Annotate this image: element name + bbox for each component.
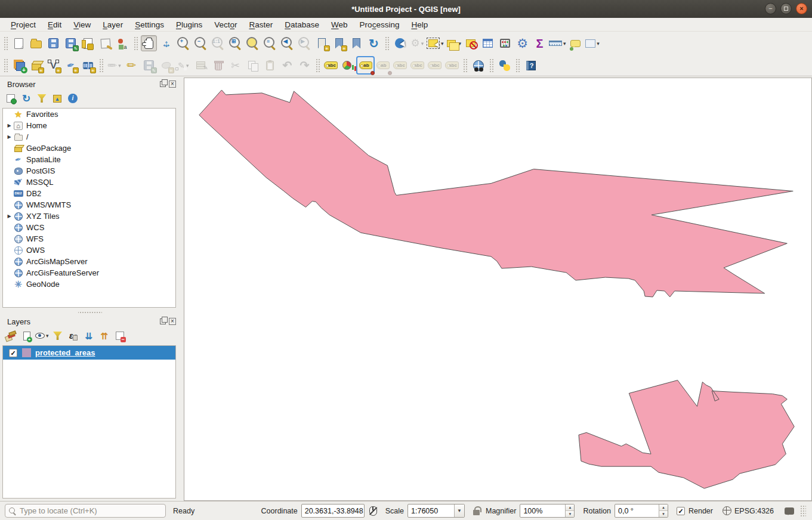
coordinate-input[interactable]: 20.3631,-33.8948	[301, 504, 365, 518]
metasearch-button[interactable]	[470, 57, 486, 73]
browser-close-button[interactable]: ×	[169, 81, 176, 88]
zoom-full-button[interactable]: ⊞	[227, 35, 243, 51]
messages-icon[interactable]	[785, 507, 794, 515]
toggle-extents-mouse-icon[interactable]	[369, 506, 377, 516]
close-button[interactable]: ×	[796, 3, 807, 14]
open-data-source-manager-button[interactable]	[11, 57, 27, 73]
select-features-button[interactable]: ▾	[427, 35, 444, 51]
select-features-by-value-button[interactable]: ▾	[445, 35, 462, 51]
expander-icon[interactable]: ▶	[5, 213, 13, 219]
field-calculator-button[interactable]	[497, 35, 513, 51]
zoom-out-button[interactable]: −	[193, 35, 209, 51]
open-layer-styling-button[interactable]	[4, 329, 17, 342]
menu-help[interactable]: Help	[405, 18, 434, 32]
crs-globe-icon[interactable]	[723, 506, 731, 515]
scale-dropdown-icon[interactable]: ▼	[454, 504, 464, 517]
minimize-button[interactable]: −	[765, 3, 776, 14]
new-geopackage-layer-button[interactable]: ✳	[28, 57, 44, 73]
browser-item-ows[interactable]: OWS	[3, 244, 175, 256]
menu-settings[interactable]: Settings	[129, 18, 170, 32]
add-selected-layers-button[interactable]	[4, 92, 17, 105]
crs-status[interactable]: EPSG:4326	[734, 507, 774, 515]
python-console-button[interactable]	[496, 57, 512, 73]
browser-item-geonode[interactable]: ✳GeoNode	[3, 278, 175, 290]
collapse-all-button[interactable]: ▲	[51, 92, 64, 105]
zoom-last-button[interactable]: ◀	[279, 35, 295, 51]
show-layout-manager-button[interactable]	[97, 35, 113, 51]
render-toggle[interactable]: ✓ Render	[677, 507, 713, 515]
new-spatial-bookmark-button[interactable]: ✳	[314, 35, 330, 51]
browser-item-root[interactable]: ▶/	[3, 131, 175, 143]
filter-legend-button[interactable]	[51, 329, 64, 342]
browser-item-geopackage[interactable]: GeoPackage	[3, 143, 175, 154]
browser-item-home[interactable]: ▶⌂Home	[3, 120, 175, 131]
browser-item-postgis[interactable]: PostGIS	[3, 165, 175, 177]
remove-layer-group-button[interactable]	[113, 329, 126, 342]
browser-properties-button[interactable]: i	[66, 92, 79, 105]
new-virtual-layer-button[interactable]: ✳	[80, 57, 96, 73]
help-contents-button[interactable]: ?	[523, 57, 539, 73]
scale-combobox[interactable]: 1:76050 ▼	[407, 504, 465, 518]
lock-scale-icon[interactable]	[473, 510, 480, 515]
toggle-editing-button[interactable]: ✏	[124, 57, 140, 73]
menu-database[interactable]: Database	[279, 18, 325, 32]
menu-raster[interactable]: Raster	[243, 18, 279, 32]
menu-vector[interactable]: Vector	[208, 18, 243, 32]
add-group-button[interactable]	[20, 329, 33, 342]
menu-layer[interactable]: Layer	[97, 18, 129, 32]
pin-labels-button[interactable]: ab	[357, 57, 373, 73]
refresh-map-button[interactable]: ↻	[366, 35, 382, 51]
open-project-button[interactable]	[28, 35, 44, 51]
layer-item-protected-areas[interactable]: ✓protected_areas	[3, 346, 175, 360]
menu-web[interactable]: Web	[325, 18, 354, 32]
collapse-all-layers-button[interactable]: ⇈	[98, 329, 111, 342]
browser-item-arcgisfeatureserver[interactable]: ArcGisFeatureServer	[3, 267, 175, 278]
style-manager-button[interactable]	[115, 35, 131, 51]
browser-item-mssql[interactable]: MSSQL	[3, 177, 175, 188]
browser-item-wfs[interactable]: WFS	[3, 233, 175, 244]
menu-processing[interactable]: Processing	[354, 18, 406, 32]
show-spatial-bookmarks-button[interactable]: ✳	[331, 35, 347, 51]
statistical-summary-button[interactable]: Σ	[532, 35, 548, 51]
refresh-browser-button[interactable]: ↻	[20, 92, 33, 105]
new-project-button[interactable]	[11, 35, 27, 51]
browser-float-button[interactable]	[160, 81, 166, 87]
deselect-features-button[interactable]	[462, 35, 478, 51]
zoom-in-button[interactable]: +	[175, 35, 192, 51]
locator-search-input[interactable]: Type to locate (Ctrl+K)	[5, 504, 166, 518]
open-attribute-table-button[interactable]	[480, 35, 496, 51]
pan-map-button[interactable]	[141, 35, 157, 51]
browser-item-db2[interactable]: DB2DB2	[3, 188, 175, 199]
new-print-layout-button[interactable]	[80, 35, 96, 51]
expander-icon[interactable]: ▶	[5, 134, 13, 140]
panel-splitter[interactable]	[78, 310, 102, 315]
menu-plugins[interactable]: Plugins	[170, 18, 208, 32]
new-shapefile-layer-button[interactable]: V✳	[45, 57, 61, 73]
expand-all-button[interactable]: ⇊	[82, 329, 95, 342]
layer-symbol-swatch[interactable]	[22, 348, 31, 357]
render-checkbox[interactable]: ✓	[677, 507, 685, 515]
filter-by-expression-button[interactable]: ε▾	[67, 329, 80, 342]
text-annotation-button[interactable]: ▾	[585, 35, 601, 51]
layers-close-button[interactable]: ×	[169, 318, 176, 325]
show-bookmark-manager-button[interactable]	[348, 35, 365, 51]
menu-project[interactable]: Project	[5, 18, 42, 32]
save-project-button[interactable]	[45, 35, 61, 51]
magnifier-spinbox[interactable]: 100% ▲▼	[520, 504, 575, 518]
layer-diagram-options-button[interactable]	[340, 57, 356, 73]
rotation-spin-arrows[interactable]: ▲▼	[659, 504, 668, 517]
protected-area-west[interactable]	[199, 90, 793, 297]
zoom-to-layer-button[interactable]: ≡	[262, 35, 278, 51]
identify-features-button[interactable]	[392, 35, 408, 51]
filter-browser-button[interactable]	[35, 92, 48, 105]
browser-item-wcs[interactable]: WCS	[3, 222, 175, 233]
browser-item-xyz-tiles[interactable]: ▶XYZ Tiles	[3, 211, 175, 222]
menu-view[interactable]: View	[67, 18, 97, 32]
protected-area-southeast[interactable]	[579, 380, 794, 488]
magnifier-spin-arrows[interactable]: ▲▼	[565, 504, 574, 517]
map-tips-button[interactable]	[567, 35, 583, 51]
rotation-spinbox[interactable]: 0,0 ° ▲▼	[615, 504, 668, 518]
layers-float-button[interactable]	[160, 318, 166, 324]
browser-item-arcgismapserver[interactable]: ArcGisMapServer	[3, 256, 175, 267]
manage-map-themes-button[interactable]: ▾	[35, 329, 49, 342]
